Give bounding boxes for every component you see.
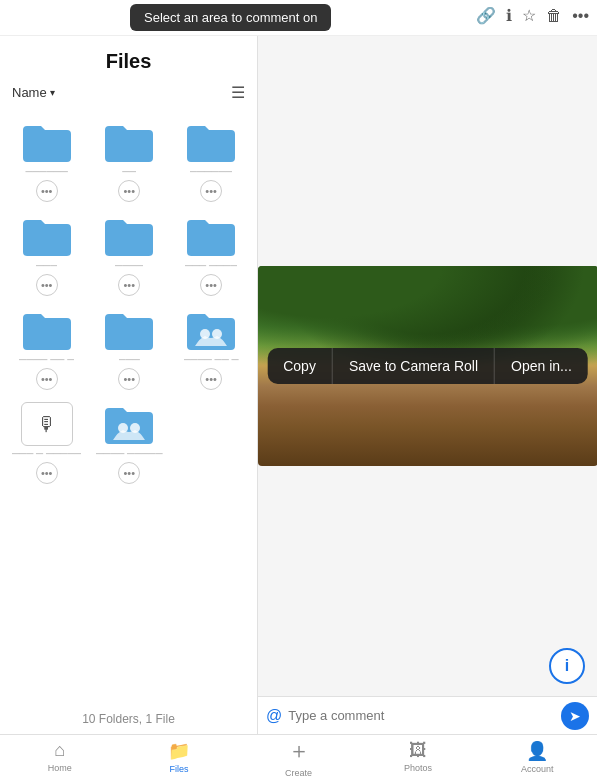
nav-create[interactable]: ＋ Create [239,735,358,778]
folder-icon [103,308,155,352]
list-item[interactable]: ─── ••• [8,208,85,298]
list-item[interactable]: ─── ──── ••• [173,208,249,298]
file-label: ─── ─ ───── [12,448,81,460]
list-item[interactable]: ──── ••• [91,208,167,298]
nav-account[interactable]: 👤 Account [478,735,597,778]
nav-home-label: Home [48,763,72,773]
list-item[interactable]: ── ••• [91,114,167,204]
comment-input-bar: @ ➤ [258,696,597,734]
files-count: 10 Folders, 1 File [0,702,257,734]
send-button[interactable]: ➤ [561,702,589,730]
more-options-button[interactable]: ••• [200,368,222,390]
more-options-button[interactable]: ••• [200,180,222,202]
sort-label: Name [12,85,47,100]
nav-home[interactable]: ⌂ Home [0,735,119,778]
more-options-button[interactable]: ••• [36,274,58,296]
folder-icon [103,214,155,258]
list-view-icon[interactable]: ☰ [231,83,245,102]
nav-account-label: Account [521,764,554,774]
open-in-button[interactable]: Open in... [494,348,588,384]
comment-input[interactable] [288,708,555,723]
list-item[interactable]: ──── ── ─ ••• [173,302,249,392]
more-options-button[interactable]: ••• [200,274,222,296]
file-label: ─── ──── [185,260,237,272]
top-bar: Select an area to comment on 🔗 ℹ ☆ 🗑 ••• [0,0,597,36]
nature-photo[interactable]: Copy Save to Camera Roll Open in... [258,266,597,466]
files-title: Files [0,36,257,83]
files-toolbar: Name ▾ ☰ [0,83,257,110]
nav-photos[interactable]: 🖼 Photos [358,735,477,778]
file-label: ── [122,166,136,178]
nav-create-label: Create [285,768,312,778]
tooltip-bubble: Select an area to comment on [130,4,331,31]
at-icon: @ [266,707,282,725]
home-icon: ⌂ [54,740,65,761]
folder-icon [185,214,237,258]
more-options-button[interactable]: ••• [36,180,58,202]
file-label: ────── [190,166,233,178]
file-label: ──── ───── [96,448,163,460]
more-options-button[interactable]: ••• [118,462,140,484]
save-to-camera-roll-button[interactable]: Save to Camera Roll [332,348,494,384]
context-menu: Copy Save to Camera Roll Open in... [267,348,588,384]
account-icon: 👤 [526,740,548,762]
list-item[interactable]: ─── ••• [91,302,167,392]
star-icon[interactable]: ☆ [522,6,536,25]
more-options-button[interactable]: ••• [36,462,58,484]
right-panel: Copy Save to Camera Roll Open in... i 💬 … [258,36,597,734]
folder-icon [21,308,73,352]
files-grid: ────── ••• ── ••• ────── ••• [0,110,257,702]
shared-folder-icon-2 [103,402,155,446]
file-label: ──── ── ─ [19,354,74,366]
chevron-down-icon: ▾ [50,87,55,98]
nav-files-label: Files [170,764,189,774]
list-item[interactable]: ────── ••• [173,114,249,204]
nav-files[interactable]: 📁 Files [119,735,238,778]
more-options-button[interactable]: ••• [118,274,140,296]
photo-preview: Copy Save to Camera Roll Open in... i [258,36,597,696]
copy-button[interactable]: Copy [267,348,332,384]
audio-file-icon: 🎙 [21,402,73,446]
file-label: ─── [119,354,140,366]
file-label: ────── [25,166,68,178]
bottom-nav: ⌂ Home 📁 Files ＋ Create 🖼 Photos 👤 Accou… [0,734,597,778]
main-layout: Files Name ▾ ☰ ────── ••• ── [0,36,597,734]
top-bar-icons: 🔗 ℹ ☆ 🗑 ••• [476,6,589,25]
file-label: ──── ── ─ [184,354,239,366]
folder-icon [21,120,73,164]
list-item[interactable]: ────── ••• [8,114,85,204]
shared-folder-icon [185,308,237,352]
nav-photos-label: Photos [404,763,432,773]
files-icon: 📁 [168,740,190,762]
more-options-button[interactable]: ••• [118,368,140,390]
info-button[interactable]: i [549,648,585,684]
more-options-button[interactable]: ••• [36,368,58,390]
photos-icon: 🖼 [409,740,427,761]
folder-icon [103,120,155,164]
link-icon[interactable]: 🔗 [476,6,496,25]
file-label: ──── [115,260,143,272]
list-item[interactable]: ──── ── ─ ••• [8,302,85,392]
create-icon: ＋ [288,736,310,766]
file-label: ─── [36,260,57,272]
list-item[interactable]: ──── ───── ••• [91,396,167,486]
sort-button[interactable]: Name ▾ [12,85,55,100]
trash-icon[interactable]: 🗑 [546,7,562,25]
folder-icon [21,214,73,258]
folder-icon [185,120,237,164]
more-options-button[interactable]: ••• [118,180,140,202]
more-icon[interactable]: ••• [572,7,589,25]
list-item[interactable]: 🎙 ─── ─ ───── ••• [8,396,85,486]
files-panel: Files Name ▾ ☰ ────── ••• ── [0,36,258,734]
info-icon[interactable]: ℹ [506,6,512,25]
